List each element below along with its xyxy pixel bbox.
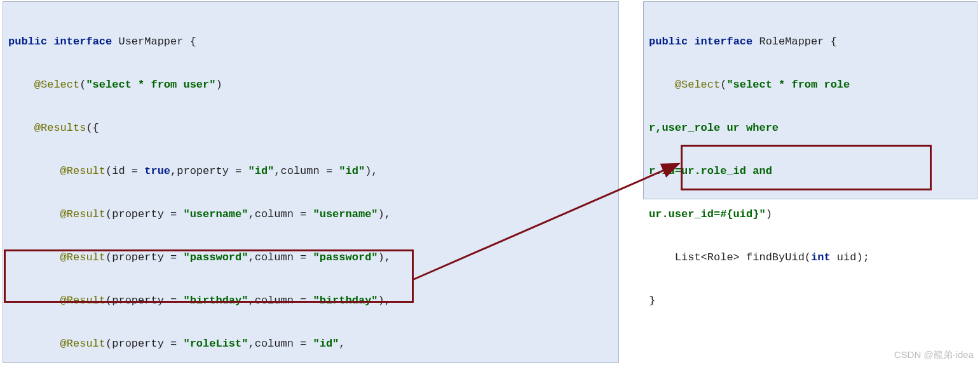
text: (property = — [105, 295, 183, 307]
code-line: @Result(id = true,property = "id",column… — [8, 161, 613, 182]
keyword: interface — [694, 36, 752, 48]
text: UserMapper { — [112, 36, 196, 48]
keyword: int — [811, 251, 831, 263]
string: "select * from role — [726, 79, 856, 91]
text: uid); — [831, 251, 869, 263]
text: ,column = — [248, 338, 313, 350]
text: ,column = — [248, 295, 313, 307]
string: r.id=ur.role_id and — [649, 165, 779, 177]
string: r,user_role ur where — [649, 122, 785, 134]
text: ,property = — [170, 165, 248, 177]
string: "username" — [313, 208, 378, 220]
keyword: public — [649, 36, 688, 48]
code-line: ur.user_id=#{uid}") — [649, 204, 972, 225]
annotation: @Result — [8, 295, 105, 307]
annotation: @Result — [8, 251, 105, 263]
string: "id" — [248, 165, 274, 177]
annotation: @Select — [8, 79, 79, 91]
code-line: @Result(property = "username",column = "… — [8, 204, 613, 225]
code-line: public interface UserMapper { — [8, 31, 613, 53]
code-line: r.id=ur.role_id and — [649, 161, 972, 182]
right-code-panel: public interface RoleMapper { @Select("s… — [643, 1, 977, 199]
text: ,column = — [248, 251, 313, 263]
string: "select * from user" — [86, 79, 215, 91]
code-line: @Result(property = "password",column = "… — [8, 247, 613, 269]
text: ,column = — [274, 165, 339, 177]
text: ), — [378, 295, 391, 307]
code-line: @Result(property = "birthday",column = "… — [8, 290, 613, 312]
code-line: } — [649, 290, 972, 312]
string: "password" — [183, 251, 248, 263]
string: "birthday" — [313, 295, 378, 307]
keyword: interface — [53, 36, 112, 48]
text: (id = — [105, 165, 144, 177]
string: "password" — [313, 251, 378, 263]
string: "id" — [313, 338, 339, 350]
text: ,column = — [248, 208, 313, 220]
text: (property = — [105, 251, 183, 263]
text: ( — [79, 79, 86, 91]
text: ({ — [86, 122, 99, 134]
text: (property = — [105, 208, 183, 220]
left-code-panel: public interface UserMapper { @Select("s… — [3, 1, 619, 363]
code-line: @Select("select * from user") — [8, 74, 613, 96]
code-line: @Results({ — [8, 117, 613, 139]
text: } — [649, 295, 655, 307]
text: , — [339, 338, 345, 350]
text: ), — [365, 165, 378, 177]
string: "username" — [183, 208, 248, 220]
annotation: @Results — [8, 122, 86, 134]
code-line: List<Role> findByUid(int uid); — [649, 247, 972, 269]
text: ( — [720, 79, 726, 91]
string: "roleList" — [183, 338, 248, 350]
keyword: true — [144, 165, 170, 177]
text: RoleMapper { — [752, 36, 837, 48]
string: ur.user_id=#{uid}" — [649, 208, 766, 220]
watermark: CSDN @龍弟-idea — [894, 349, 974, 361]
code-line: public interface RoleMapper { — [649, 31, 972, 53]
string: "birthday" — [183, 295, 248, 307]
annotation: @Select — [649, 79, 720, 91]
keyword: public — [8, 36, 47, 48]
code-line: @Select("select * from role — [649, 74, 972, 96]
annotation: @Result — [8, 338, 105, 350]
text: ), — [378, 251, 391, 263]
text: List<Role> findByUid( — [649, 251, 811, 263]
text: ) — [215, 79, 222, 91]
annotation: @Result — [8, 165, 105, 177]
text: ) — [766, 208, 772, 220]
annotation: @Result — [8, 208, 105, 220]
text: (property = — [105, 338, 183, 350]
code-line: r,user_role ur where — [649, 117, 972, 139]
code-line: @Result(property = "roleList",column = "… — [8, 333, 613, 355]
string: "id" — [339, 165, 365, 177]
text: ), — [378, 208, 391, 220]
